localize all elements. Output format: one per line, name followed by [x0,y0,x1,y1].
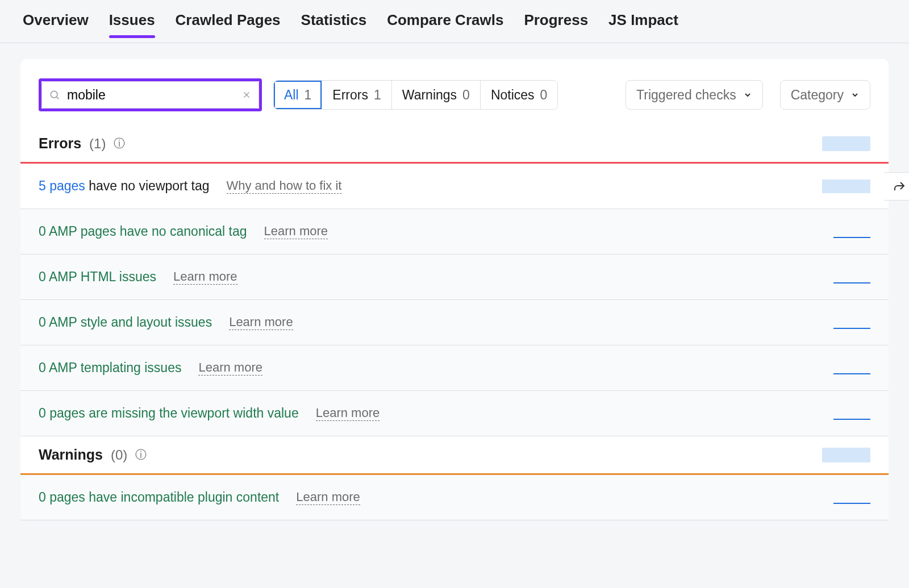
issue-sparkline [833,237,870,238]
why-fix-link[interactable]: Why and how to fix it [227,178,342,194]
filter-warnings-count: 0 [462,87,470,103]
issue-text: 0 AMP style and layout issues [39,315,212,330]
category-label: Category [791,87,844,103]
issue-sparkline [833,282,870,283]
issue-sparkline [833,373,870,374]
tab-overview[interactable]: Overview [23,11,89,37]
tab-js-impact[interactable]: JS Impact [608,11,678,37]
svg-line-1 [57,97,59,99]
share-button[interactable] [884,172,909,201]
warnings-sparkline [822,448,870,462]
learn-more-link[interactable]: Learn more [229,315,293,330]
tab-compare-crawls[interactable]: Compare Crawls [387,11,503,37]
tab-crawled-pages[interactable]: Crawled Pages [176,11,281,37]
info-icon[interactable]: ⓘ [114,136,125,151]
learn-more-link[interactable]: Learn more [198,360,262,376]
filter-all-label: All [284,87,299,103]
learn-more-link[interactable]: Learn more [296,490,360,505]
issue-type-filter: All 1 Errors 1 Warnings 0 Notices 0 [273,80,558,110]
issue-text: 0 AMP HTML issues [39,269,156,284]
errors-sparkline [822,136,870,151]
triggered-checks-dropdown[interactable]: Triggered checks [626,80,763,110]
filter-errors-label: Errors [332,87,368,103]
toolbar: All 1 Errors 1 Warnings 0 Notices 0 Trig… [20,59,889,125]
search-highlight [39,78,262,111]
chevron-down-icon [850,90,860,99]
issue-row-amp-style[interactable]: 0 AMP style and layout issues Learn more [20,300,889,345]
warnings-title: Warnings [39,447,103,463]
learn-more-link[interactable]: Learn more [173,269,237,285]
issues-panel: All 1 Errors 1 Warnings 0 Notices 0 Trig… [20,59,889,520]
tab-statistics[interactable]: Statistics [301,11,367,37]
chevron-down-icon [743,90,752,99]
triggered-checks-label: Triggered checks [636,87,736,103]
issue-row-incompatible-plugin[interactable]: 0 pages have incompatible plugin content… [20,475,889,520]
issue-text: 5 pages have no viewport tag [39,178,210,194]
issue-row-viewport[interactable]: 5 pages have no viewport tag Why and how… [20,164,889,209]
errors-count: (1) [89,136,106,152]
search-input[interactable] [66,87,236,103]
tab-issues[interactable]: Issues [109,11,155,37]
top-tabs: Overview Issues Crawled Pages Statistics… [0,0,909,43]
filter-warnings[interactable]: Warnings 0 [392,81,481,109]
issue-text: 0 AMP pages have no canonical tag [39,224,247,239]
issue-sparkline [822,180,870,193]
info-icon[interactable]: ⓘ [135,447,147,462]
issue-text: 0 pages are missing the viewport width v… [39,406,299,420]
issue-sparkline [833,419,870,420]
search-icon [49,89,60,101]
svg-point-0 [51,91,57,98]
issue-row-amp-html[interactable]: 0 AMP HTML issues Learn more [20,255,889,300]
warnings-count: (0) [111,447,127,463]
filter-errors-count: 1 [374,87,381,103]
issue-sparkline [833,328,870,329]
errors-title: Errors [39,135,81,152]
issue-sparkline [833,503,870,504]
filter-all-count: 1 [305,87,312,103]
share-arrow-icon [893,180,906,193]
search-container [41,81,259,109]
issue-text: 0 pages have incompatible plugin content [39,490,279,504]
warnings-section-header: Warnings (0) ⓘ [20,436,889,475]
issue-row-amp-templating[interactable]: 0 AMP templating issues Learn more [20,345,889,391]
filter-notices[interactable]: Notices 0 [481,81,558,109]
issue-desc: have no viewport tag [85,178,210,193]
tab-progress[interactable]: Progress [524,11,588,37]
errors-section-header: Errors (1) ⓘ [20,125,889,164]
issue-row-viewport-width[interactable]: 0 pages are missing the viewport width v… [20,391,889,436]
issue-pages-link[interactable]: 5 pages [39,178,85,193]
learn-more-link[interactable]: Learn more [316,406,380,421]
filter-errors[interactable]: Errors 1 [322,81,391,109]
filter-notices-count: 0 [540,87,548,103]
clear-icon[interactable] [241,90,252,100]
filter-warnings-label: Warnings [402,87,457,103]
issue-text: 0 AMP templating issues [39,360,181,375]
category-dropdown[interactable]: Category [780,80,870,110]
issue-row-amp-canonical[interactable]: 0 AMP pages have no canonical tag Learn … [20,209,889,255]
filter-notices-label: Notices [491,87,535,103]
filter-all[interactable]: All 1 [274,81,322,109]
right-controls: Triggered checks Category [626,80,870,110]
learn-more-link[interactable]: Learn more [264,224,328,239]
